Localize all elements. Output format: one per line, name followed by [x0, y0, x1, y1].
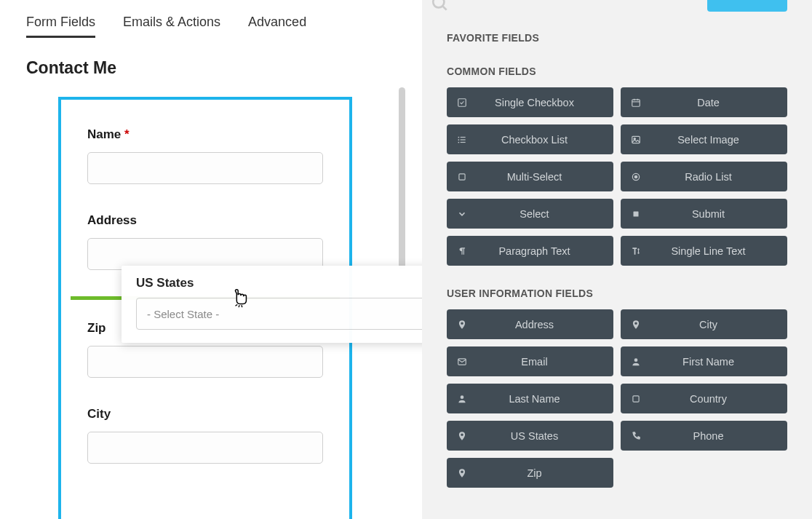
chip-label: Email — [477, 356, 613, 368]
chip-label: Last Name — [477, 393, 613, 405]
search-icon[interactable] — [431, 0, 450, 18]
field-address: Address — [87, 213, 323, 270]
field-chip-radio-list[interactable]: Radio List — [621, 162, 787, 191]
dot-circle-icon — [621, 172, 651, 182]
envelope-icon — [447, 357, 477, 367]
phone-icon — [621, 431, 651, 441]
chip-label: Date — [651, 97, 787, 108]
chip-label: Single Line Text — [651, 245, 787, 257]
chevron-down-icon — [447, 209, 477, 219]
field-label-city: City — [87, 407, 323, 421]
svg-rect-18 — [459, 173, 465, 179]
tab-emails-actions[interactable]: Emails & Actions — [123, 15, 220, 38]
text-height-icon — [621, 246, 651, 256]
svg-point-20 — [634, 175, 637, 178]
svg-point-23 — [634, 358, 638, 362]
chip-label: US States — [477, 430, 613, 442]
name-label-text: Name — [87, 127, 121, 141]
field-palette-panel: FAVORITE FIELDS COMMON FIELDS Single Che… — [422, 0, 812, 519]
field-chip-country[interactable]: Country — [621, 384, 787, 413]
image-icon — [621, 135, 651, 145]
svg-rect-6 — [632, 99, 640, 106]
field-city: City — [87, 407, 323, 464]
svg-rect-16 — [632, 136, 640, 143]
chip-label: Multi-Select — [477, 171, 613, 183]
chip-label: Radio List — [651, 171, 787, 183]
field-chip-select-image[interactable]: Select Image — [621, 124, 787, 154]
favorite-fields-header[interactable]: FAVORITE FIELDS — [447, 32, 787, 44]
svg-point-14 — [458, 139, 459, 140]
svg-rect-25 — [633, 395, 639, 401]
map-marker-icon — [447, 431, 477, 441]
map-marker-icon — [447, 320, 477, 330]
field-chip-us-states[interactable]: US States — [447, 421, 613, 451]
dragged-field-title: US States — [136, 276, 194, 290]
map-marker-icon — [621, 320, 651, 330]
field-label-name: Name * — [87, 127, 323, 142]
stop-icon — [621, 209, 651, 219]
svg-point-24 — [461, 395, 464, 399]
square-icon — [447, 172, 477, 182]
check-square-icon — [447, 98, 477, 108]
list-icon — [447, 135, 477, 145]
form-title: Contact Me — [26, 58, 400, 78]
chip-label: Select Image — [651, 134, 787, 146]
paragraph-icon — [447, 246, 477, 256]
chip-label: Zip — [477, 467, 613, 479]
svg-line-4 — [442, 6, 446, 9]
field-label-address: Address — [87, 213, 323, 228]
field-chip-email[interactable]: Email — [447, 346, 613, 376]
field-chip-first-name[interactable]: First Name — [621, 346, 787, 376]
chip-label: Submit — [651, 208, 787, 220]
user-info-fields-header[interactable]: USER INFORMATION FIELDS — [447, 288, 787, 299]
tab-form-fields[interactable]: Form Fields — [26, 15, 95, 38]
primary-action-button[interactable] — [707, 0, 787, 12]
field-chip-address[interactable]: Address — [447, 309, 613, 339]
svg-point-15 — [458, 141, 459, 143]
chip-label: Address — [477, 319, 613, 330]
user-icon — [621, 357, 651, 367]
chip-label: Country — [651, 393, 787, 405]
field-chip-select[interactable]: Select — [447, 199, 613, 229]
select-placeholder: - Select State - — [147, 308, 219, 320]
square-icon — [621, 394, 651, 404]
city-input[interactable] — [87, 432, 323, 464]
chip-label: Select — [477, 208, 613, 220]
field-chip-single-checkbox[interactable]: Single Checkbox — [447, 87, 613, 117]
name-input[interactable] — [87, 152, 323, 184]
chip-label: Phone — [651, 430, 787, 442]
tab-advanced[interactable]: Advanced — [248, 15, 306, 38]
field-chip-date[interactable]: Date — [621, 87, 787, 117]
field-chip-single-line-text[interactable]: Single Line Text — [621, 236, 787, 266]
builder-tabs: Form Fields Emails & Actions Advanced — [26, 15, 400, 38]
svg-rect-5 — [458, 98, 466, 106]
user-icon — [447, 394, 477, 404]
field-name: Name * — [87, 127, 323, 184]
field-chip-phone[interactable]: Phone — [621, 421, 787, 451]
map-marker-icon — [447, 468, 477, 478]
scrollbar[interactable] — [399, 87, 405, 269]
common-fields-header[interactable]: COMMON FIELDS — [447, 66, 787, 77]
required-asterisk: * — [124, 127, 130, 141]
field-chip-city[interactable]: City — [621, 309, 787, 339]
calendar-icon — [621, 98, 651, 108]
svg-point-13 — [458, 136, 459, 138]
field-chip-checkbox-list[interactable]: Checkbox List — [447, 124, 613, 154]
svg-rect-21 — [634, 211, 639, 216]
zip-input[interactable] — [87, 346, 323, 378]
chip-label: City — [651, 319, 787, 330]
field-chip-zip[interactable]: Zip — [447, 458, 613, 488]
field-chip-submit[interactable]: Submit — [621, 199, 787, 229]
field-chip-last-name[interactable]: Last Name — [447, 384, 613, 413]
chip-label: Single Checkbox — [477, 97, 613, 108]
field-chip-paragraph-text[interactable]: Paragraph Text — [447, 236, 613, 266]
chip-label: Paragraph Text — [477, 245, 613, 257]
chip-label: First Name — [651, 356, 787, 368]
field-chip-multi-select[interactable]: Multi-Select — [447, 162, 613, 191]
chip-label: Checkbox List — [477, 134, 613, 146]
